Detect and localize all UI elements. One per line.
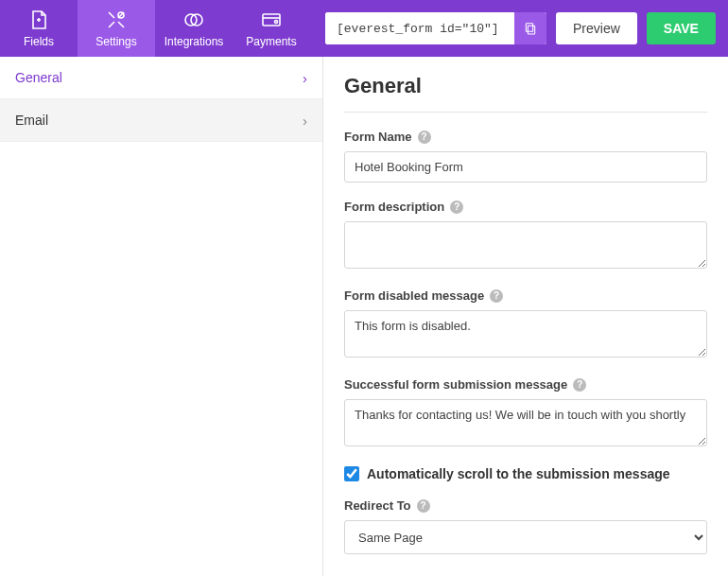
field-label-text: Form disabled message [344,288,484,303]
sidebar-item-general[interactable]: General › [0,57,322,99]
field-label-text: Form description [344,200,444,214]
shortcode-input[interactable] [325,12,514,44]
field-form-description: Form description ? [344,200,707,271]
sidebar-item-label: Email [15,113,48,128]
tab-label: Settings [95,35,136,48]
success-message-input[interactable]: Thanks for contacting us! We will be in … [344,399,707,446]
form-name-input[interactable] [344,151,707,183]
checkbox-label: Automatically scroll to the submission m… [367,466,670,481]
disabled-message-input[interactable]: This form is disabled. [344,310,707,358]
tab-integrations[interactable]: Integrations [155,0,233,57]
svg-rect-5 [528,26,534,34]
form-description-input[interactable] [344,221,707,269]
top-toolbar: Fields Settings Integrations Payments [0,0,728,57]
help-icon[interactable]: ? [418,131,431,144]
auto-scroll-checkbox[interactable] [344,466,359,481]
tools-icon [105,9,128,31]
field-label-text: Successful form submission message [344,377,567,392]
field-auto-scroll: Automatically scroll to the submission m… [344,466,707,481]
help-icon[interactable]: ? [450,201,463,214]
panel-title: General [344,74,707,98]
divider [344,112,707,113]
preview-button[interactable]: Preview [556,12,637,44]
tab-label: Fields [24,35,54,48]
tab-label: Integrations [165,35,224,48]
redirect-to-select[interactable]: Same Page [344,520,707,554]
chevron-right-icon: › [303,113,307,129]
svg-point-4 [275,21,278,24]
help-icon[interactable]: ? [573,378,586,392]
toolbar-actions: Preview SAVE [310,0,728,57]
tab-settings[interactable]: Settings [78,0,155,57]
sidebar-item-email[interactable]: Email › [0,99,322,142]
payments-icon [260,9,283,31]
save-button[interactable]: SAVE [647,12,716,44]
integrations-icon [182,9,205,31]
help-icon[interactable]: ? [490,289,503,303]
shortcode-display [325,12,546,44]
field-label-text: Redirect To [344,498,411,513]
tab-payments[interactable]: Payments [233,0,310,57]
field-redirect-to: Redirect To ? Same Page [344,498,707,554]
svg-rect-6 [526,24,532,32]
copy-shortcode-button[interactable] [514,12,546,44]
field-disabled-message: Form disabled message ? This form is dis… [344,288,707,360]
settings-sidebar: General › Email › [0,57,323,576]
chevron-right-icon: › [303,70,307,86]
tab-label: Payments [246,35,296,48]
settings-panel: General Form Name ? Form description ? F… [323,57,728,576]
field-label-text: Form Name [344,130,412,144]
sidebar-item-label: General [15,70,62,85]
help-icon[interactable]: ? [417,499,430,513]
svg-rect-3 [263,14,280,26]
field-success-message: Successful form submission message ? Tha… [344,377,707,449]
field-form-name: Form Name ? [344,130,707,183]
toolbar-tabs: Fields Settings Integrations Payments [0,0,310,57]
tab-fields[interactable]: Fields [0,0,78,57]
body-layout: General › Email › General Form Name ? Fo… [0,57,728,576]
file-icon [27,9,50,31]
